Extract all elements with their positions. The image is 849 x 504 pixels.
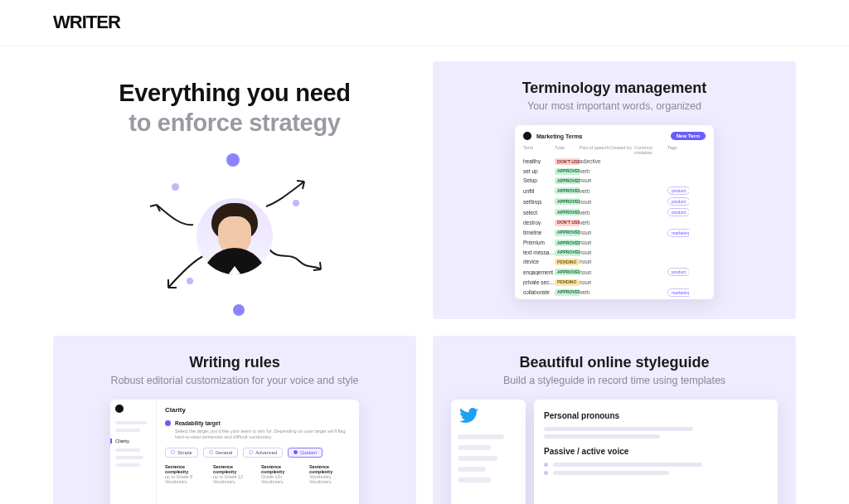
readability-metrics: Sentence complexityup to Grade 8Vocabula… — [165, 464, 351, 484]
sidebar-nav-placeholder[interactable] — [458, 477, 491, 482]
terminology-mini-panel: Marketing Terms New Term Term Type Part … — [515, 125, 714, 299]
readability-metric: Sentence complexityup to Grade 8Vocabula… — [165, 464, 206, 484]
sidebar-nav-placeholder[interactable] — [458, 456, 497, 461]
feature-title: Writing rules — [71, 354, 398, 371]
term-row[interactable]: unfillAPPROVEDverbproduct — [523, 186, 706, 196]
sidebar-item-placeholder[interactable] — [115, 463, 140, 467]
sidebar-item-clarity[interactable]: Clarity — [110, 439, 151, 443]
readability-option[interactable]: General — [203, 448, 239, 458]
bullet-placeholder — [544, 463, 768, 467]
readability-option[interactable]: Advanced — [243, 448, 283, 458]
readability-metric: Sentence complexityup to Grade 12Vocabul… — [213, 464, 255, 484]
hero: Everything you need to enforce strategy — [53, 61, 416, 319]
section-heading: Passive / active voice — [544, 447, 768, 456]
term-row[interactable]: private sectorPENDINGnoun — [523, 278, 706, 288]
feature-subtitle: Your most important words, organized — [451, 100, 778, 112]
sidebar-item-placeholder[interactable] — [115, 456, 143, 459]
styleguide-section: Personal pronouns — [544, 411, 768, 439]
bullet-placeholder — [544, 471, 768, 475]
term-row[interactable]: PremiumAPPROVEDnoun — [523, 238, 706, 248]
readability-option[interactable]: Custom — [288, 448, 323, 458]
arrow-icon — [160, 253, 210, 294]
panel-title: Marketing Terms — [536, 133, 583, 139]
term-row[interactable]: SetupAPPROVEDnoun — [523, 176, 706, 186]
sidebar-nav-placeholder[interactable] — [458, 445, 491, 450]
feature-card-styleguide: Beautiful online styleguide Build a styl… — [433, 336, 796, 505]
styleguide-section: Passive / active voice — [544, 447, 768, 475]
radio-dot-icon — [165, 420, 171, 426]
arrow-icon — [264, 178, 314, 211]
feature-subtitle: Build a styleguide in record time using … — [451, 375, 778, 386]
styleguide-mini-panel: Personal pronouns Passive / active voice — [451, 400, 778, 505]
twitter-icon — [458, 406, 481, 426]
styleguide-brand-sidebar — [451, 400, 526, 505]
term-row[interactable]: destroyDON'T USEverb — [523, 218, 706, 228]
feature-title: Terminology management — [451, 80, 778, 97]
feature-card-writing-rules: Writing rules Robust editorial customiza… — [53, 336, 416, 505]
term-row[interactable]: text messageAPPROVEDnoun — [523, 248, 706, 258]
styleguide-content: Personal pronouns Passive / active voice — [534, 400, 778, 505]
hero-heading: Everything you need to enforce strategy — [63, 78, 406, 138]
sidebar-item-placeholder[interactable] — [115, 448, 140, 452]
term-row[interactable]: collaborateAPPROVEDverbmarketing — [523, 287, 706, 298]
readability-target-row: Readability target — [165, 420, 351, 426]
panel-title: Clarity — [165, 406, 351, 414]
term-row[interactable]: GroupAPPROVEDverb — [523, 298, 706, 299]
decoration-dot — [172, 183, 179, 191]
readability-options: SimpleGeneralAdvancedCustom — [165, 448, 351, 458]
readability-option[interactable]: Simple — [165, 448, 198, 458]
feature-subtitle: Robust editorial customization for your … — [71, 375, 398, 386]
arrow-icon — [145, 198, 195, 231]
rules-main: Clarity Readability target Select the ta… — [157, 400, 359, 505]
rules-sidebar: Clarity — [110, 400, 157, 505]
readability-hint: Select the target you'd like your team t… — [175, 429, 351, 441]
content-grid: Everything you need to enforce strategy — [0, 46, 849, 504]
feature-card-terminology: Terminology management Your most importa… — [433, 61, 796, 319]
new-term-button[interactable]: New Term — [671, 132, 706, 140]
text-placeholder — [544, 434, 660, 439]
term-row[interactable]: devicePENDINGnoun — [523, 257, 706, 267]
decoration-dot — [226, 153, 240, 167]
brand-logo[interactable]: WRITER — [53, 12, 796, 33]
term-row[interactable]: selectAPPROVEDverbproduct — [523, 207, 706, 218]
text-placeholder — [544, 427, 693, 431]
decoration-dot — [233, 304, 245, 316]
hero-line1: Everything you need — [119, 80, 351, 106]
site-header: WRITER — [0, 0, 849, 46]
readability-metric: Sentence complexityVocabularyVocabulary — [309, 464, 351, 484]
arrow-icon — [268, 245, 326, 278]
term-row[interactable]: set upAPPROVEDverb — [523, 167, 706, 177]
hero-line2: to enforce strategy — [129, 109, 340, 136]
writing-rules-mini-panel: Clarity Clarity Readability target Selec… — [110, 400, 359, 505]
sidebar-nav-placeholder[interactable] — [458, 434, 504, 439]
hero-illustration — [127, 153, 342, 319]
section-heading: Personal pronouns — [544, 411, 768, 420]
hero-avatar — [196, 198, 273, 274]
app-dot-logo — [115, 405, 124, 413]
readability-metric: Sentence complexityGrade 13+Vocabulary — [261, 464, 303, 484]
sidebar-item-placeholder[interactable] — [115, 429, 140, 432]
term-row[interactable]: timelineAPPROVEDnounmarketing — [523, 227, 706, 238]
term-row[interactable]: settingsAPPROVEDnounproduct — [523, 196, 706, 207]
sidebar-nav-placeholder[interactable] — [458, 467, 486, 472]
term-table-header: Term Type Part of speech Created by Comm… — [523, 145, 706, 155]
app-dot-logo — [523, 132, 531, 140]
term-row[interactable]: healthyDON'T USEadjective — [523, 157, 706, 167]
term-table-body: healthyDON'T USEadjectiveset upAPPROVEDv… — [523, 157, 706, 299]
readability-target-label: Readability target — [175, 420, 221, 426]
sidebar-item-placeholder[interactable] — [115, 421, 147, 424]
term-row[interactable]: engagementAPPROVEDnounproduct — [523, 267, 706, 278]
page-root: WRITER Everything you need to enforce st… — [0, 0, 849, 504]
feature-title: Beautiful online styleguide — [451, 354, 778, 371]
